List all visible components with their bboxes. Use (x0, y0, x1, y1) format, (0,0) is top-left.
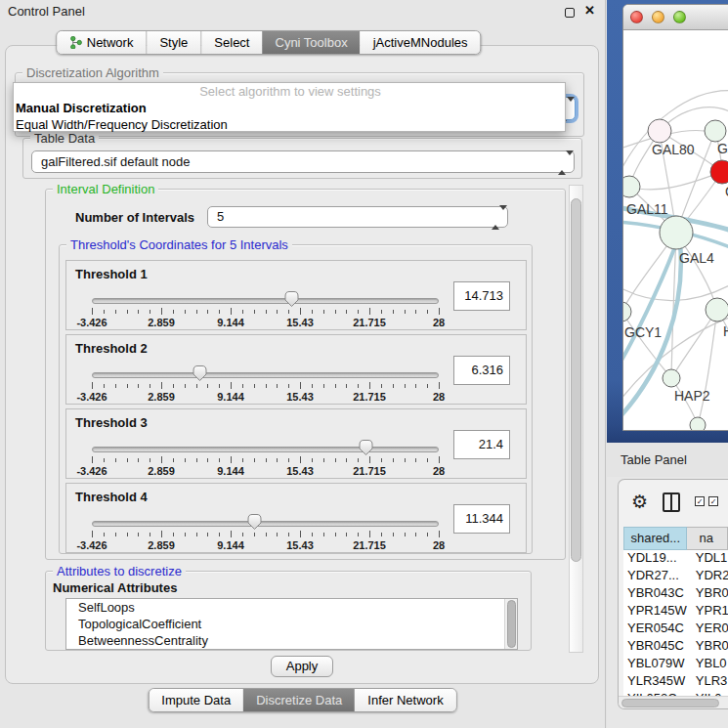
slider-tick (266, 384, 267, 388)
slider-track[interactable] (92, 298, 439, 304)
network-node-hap2[interactable] (663, 369, 680, 387)
slider-tick (242, 458, 243, 462)
network-window-titlebar[interactable] (623, 5, 728, 30)
table-row[interactable]: YPR145WYPR1 (623, 603, 728, 621)
table-cell-name[interactable]: YDR2 (688, 568, 728, 585)
network-node-h[interactable] (706, 298, 728, 321)
table-cell-shared-name[interactable]: YBR043C (623, 585, 688, 603)
table-row[interactable]: YBL079WYBL0 (623, 656, 728, 673)
slider-tick (381, 533, 382, 536)
attribute-list-item[interactable]: SelfLoops (66, 599, 517, 616)
network-edge[interactable] (629, 172, 722, 190)
slider-tick (312, 458, 313, 462)
number-of-intervals-combobox[interactable]: 5 (207, 206, 508, 228)
slider-thumb[interactable] (192, 364, 208, 382)
table-cell-shared-name[interactable]: YBR045C (623, 638, 688, 656)
table-cell-name[interactable]: YBR0 (688, 585, 728, 603)
slider-thumb[interactable] (358, 439, 374, 456)
column-header-name[interactable]: na (687, 527, 728, 550)
table-cell-name[interactable]: YBR0 (688, 638, 728, 656)
split-columns-icon[interactable] (663, 492, 680, 512)
slider-tick (92, 456, 93, 463)
table-cell-name[interactable]: YDL1 (688, 550, 728, 568)
table-cell-shared-name[interactable]: YPR145W (623, 603, 688, 621)
table-row[interactable]: YDL19...YDL1 (623, 550, 728, 568)
slider-tick (138, 384, 139, 388)
network-node-gal11[interactable] (623, 176, 640, 197)
numerical-attributes-list[interactable]: SelfLoopsTopologicalCoefficientBetweenne… (65, 598, 518, 650)
network-edge[interactable] (623, 282, 728, 301)
table-row[interactable]: YLR345WYLR3 (623, 673, 728, 691)
table-row[interactable]: YBR043CYBR0 (623, 585, 728, 603)
table-cell-name[interactable]: YLR3 (688, 673, 728, 691)
tab-select[interactable]: Select (200, 31, 262, 54)
network-node-c[interactable] (710, 160, 728, 184)
table-cell-shared-name[interactable]: YLR345W (623, 673, 688, 691)
close-traffic-light-icon[interactable] (630, 11, 643, 23)
tab-jactivemnodules[interactable]: jActiveMNodules (361, 31, 481, 54)
table-cell-name[interactable]: YBL0 (688, 656, 728, 673)
table-row[interactable]: YBR045CYBR0 (623, 638, 728, 656)
threshold-value-field[interactable]: 21.4 (453, 430, 510, 459)
tab-infer-network[interactable]: Infer Network (355, 689, 455, 711)
table-row[interactable]: YER054CYER0 (623, 621, 728, 638)
float-window-icon[interactable] (565, 8, 575, 18)
tab-network[interactable]: Network (57, 31, 147, 54)
threshold-value-field[interactable]: 11.344 (453, 504, 510, 534)
slider-thumb[interactable] (246, 513, 263, 531)
threshold-value-field[interactable]: 6.316 (453, 356, 510, 385)
slider-tick (104, 458, 105, 462)
gear-icon[interactable]: ⚙ (631, 491, 648, 513)
slider-tick-label: 2.859 (136, 391, 187, 403)
zoom-traffic-light-icon[interactable] (673, 11, 686, 23)
table-cell-shared-name[interactable]: YER054C (623, 621, 688, 638)
checkbox-icon[interactable]: ✓ (708, 496, 718, 506)
slider-tick (150, 384, 150, 388)
network-edge[interactable] (671, 310, 717, 378)
threshold-value-field[interactable]: 14.713 (453, 281, 510, 311)
list-scrollbar-thumb[interactable] (507, 600, 516, 648)
dropdown-option-equal-width[interactable]: Equal Width/Frequency Discretization (14, 116, 565, 133)
column-header-shared-name[interactable]: shared... (623, 527, 687, 550)
slider-track[interactable] (92, 447, 439, 452)
table-hscrollbar[interactable] (619, 696, 728, 708)
dropdown-option-manual[interactable]: Manual Discretization (14, 100, 565, 116)
checkbox-icon[interactable]: ✓ (695, 496, 705, 506)
slider-thumb[interactable] (283, 290, 300, 308)
slider-tick (115, 458, 116, 462)
slider-track[interactable] (92, 372, 439, 378)
tab-cyni-toolbox[interactable]: Cyni Toolbox (262, 31, 360, 54)
network-node-gcy1[interactable] (623, 302, 631, 321)
tab-label: jActiveMNodules (373, 35, 468, 50)
network-node-gal4[interactable] (660, 216, 693, 249)
apply-button[interactable]: Apply (271, 656, 333, 677)
tab-impute-data[interactable]: Impute Data (149, 689, 243, 711)
right-region: GAL80GACGAL11GAL4GCY1HHAP2 Table Panel ⚙… (607, 0, 728, 728)
list-scrollbar[interactable] (504, 599, 517, 649)
network-node-ga[interactable] (705, 120, 726, 142)
slider-tick-label: -3.426 (66, 539, 117, 551)
combo-stepper-icon[interactable] (492, 210, 500, 225)
table-row[interactable]: YDR27...YDR2 (623, 568, 728, 585)
table-data-combobox[interactable]: galFiltered.sif default node (31, 150, 575, 173)
table-cell-name[interactable]: YER0 (688, 621, 728, 638)
table-cell-shared-name[interactable]: YBL079W (623, 656, 688, 673)
attribute-list-item[interactable]: BetweennessCentrality (66, 632, 517, 649)
table-cell-shared-name[interactable]: YDR27... (623, 568, 688, 585)
tab-style[interactable]: Style (146, 31, 200, 54)
slider-track[interactable] (92, 521, 439, 527)
attribute-list-item[interactable]: TopologicalCoefficient (66, 616, 517, 632)
network-node-gal80[interactable] (648, 119, 671, 143)
table-hscrollbar-thumb[interactable] (621, 699, 719, 707)
combo-stepper-icon[interactable] (558, 155, 567, 170)
table-cell-shared-name[interactable]: YDL19... (623, 550, 688, 568)
minimize-traffic-light-icon[interactable] (652, 11, 664, 23)
panel-scrollbar-thumb[interactable] (571, 198, 581, 562)
table-cell-name[interactable]: YPR1 (688, 603, 728, 621)
panel-scrollbar[interactable] (569, 185, 583, 653)
network-node[interactable] (690, 417, 706, 431)
network-window[interactable]: GAL80GACGAL11GAL4GCY1HHAP2 (622, 4, 728, 431)
network-canvas[interactable]: GAL80GACGAL11GAL4GCY1HHAP2 (623, 30, 728, 431)
tab-discretize-data[interactable]: Discretize Data (243, 689, 355, 711)
close-icon[interactable]: ✕ (584, 3, 595, 18)
